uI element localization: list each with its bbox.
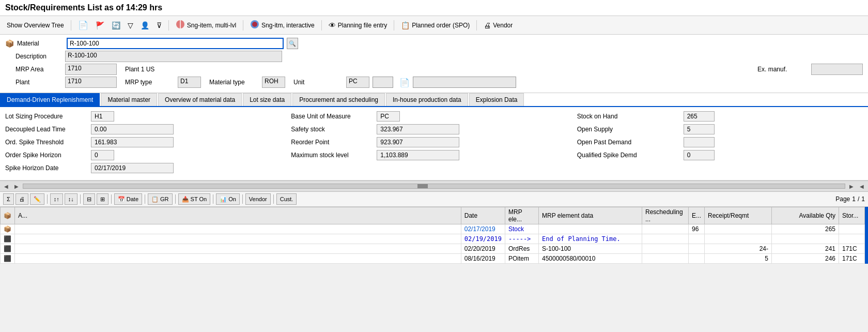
row4-resch	[642, 254, 688, 264]
filter-button[interactable]: ▽	[125, 20, 136, 31]
separator-6	[476, 20, 477, 31]
qualified-spike-demd-row: Qualified Spike Demd 0	[577, 150, 863, 160]
material-input[interactable]	[67, 38, 284, 49]
show-overview-tree-button[interactable]: Show Overview Tree	[4, 20, 67, 31]
doc-icon: 📄	[399, 78, 410, 87]
scroll-right-end-arrow[interactable]: ▶	[847, 184, 856, 189]
planned-order-button[interactable]: 📋 Planned order (SPO)	[398, 20, 472, 31]
tab-explosion-data[interactable]: Explosion Data	[469, 93, 524, 106]
row4-stor: 171C	[839, 254, 865, 264]
sng-item-interactive-label: Sng-itm, interactive	[261, 22, 315, 29]
new-document-button[interactable]: 📄	[75, 19, 91, 32]
mrp-type-value: D1	[178, 77, 201, 88]
eop-row-icon: ⬛	[4, 235, 11, 243]
scroll-left-end-arrow[interactable]: ◀	[858, 184, 866, 189]
unit-extra	[373, 77, 393, 88]
edit-button[interactable]: ✏️	[30, 193, 44, 205]
sng-item-multi-label: Sng-item, multi-lvl	[187, 22, 236, 29]
row1-stor	[839, 224, 865, 234]
filter2-button[interactable]: ⊽	[154, 20, 164, 31]
sum-button[interactable]: Σ	[3, 193, 14, 205]
st-on-button[interactable]: 📥 ST On	[178, 193, 211, 205]
vendor-bottom-button[interactable]: Vendor	[245, 193, 271, 205]
page-total: 1	[861, 195, 865, 203]
scroll-thumb	[417, 184, 428, 188]
row2-mrp-ele: ----->	[505, 234, 538, 244]
date-label: Date	[127, 196, 138, 202]
tab-overview-material-data[interactable]: Overview of material data	[158, 93, 242, 106]
th-mrp-ele[interactable]: MRP ele...	[505, 207, 538, 224]
plant-value: 1710	[65, 77, 117, 88]
row3-avail: 241	[772, 244, 839, 254]
plant-label: Plant	[16, 79, 62, 86]
on-button[interactable]: 📊 On	[216, 193, 240, 205]
scroll-left-arrow[interactable]: ◀	[2, 184, 10, 189]
row1-icon: 📦	[1, 224, 15, 234]
th-a[interactable]: A...	[15, 207, 461, 224]
page-separator: /	[858, 195, 859, 203]
row3-icon: ⬛	[1, 244, 15, 254]
table-wrapper: 📦 A... Date MRP ele... MRP element data …	[0, 207, 868, 264]
th-date[interactable]: Date	[461, 207, 505, 224]
bt-sep-8	[273, 194, 274, 204]
open-past-demand-value	[684, 137, 715, 147]
sng-item-interactive-button[interactable]: Sng-itm, interactive	[247, 18, 317, 32]
th-receipt[interactable]: Receipt/Reqmt	[705, 207, 772, 224]
planning-file-entry-button[interactable]: 👁 Planning file entry	[326, 20, 390, 31]
ord-spike-threshold-row: Ord. Spike Threshold 161.983	[5, 137, 291, 147]
vendor-bottom-label: Vendor	[249, 196, 267, 202]
row1-mrp-ele: Stock	[505, 224, 538, 234]
material-search-button[interactable]: 🔍	[287, 38, 298, 49]
gr-button[interactable]: 📋 GR	[148, 193, 173, 205]
unit-label: Unit	[293, 79, 340, 86]
description-label: Description	[16, 53, 62, 60]
print-button[interactable]: 🖨	[16, 193, 28, 205]
tab-demand-driven-replenishment[interactable]: Demand-Driven Replenishment	[0, 93, 100, 106]
row4-a	[15, 254, 461, 264]
bt-sep-3	[111, 194, 112, 204]
th-stor[interactable]: Stor...	[839, 207, 865, 224]
reorder-point-label: Reorder Point	[291, 139, 374, 146]
th-icon: 📦	[1, 207, 15, 224]
expand-button[interactable]: ⊞	[97, 193, 109, 205]
refresh-button[interactable]: 🔄	[109, 20, 123, 31]
ord-spike-threshold-label: Ord. Spike Threshold	[5, 139, 88, 146]
planned-order-icon: 📋	[401, 21, 410, 29]
mrp-area-label: MRP Area	[16, 66, 62, 73]
th-mrp-data[interactable]: MRP element data	[538, 207, 642, 224]
bottom-toolbar: Σ 🖨 ✏️ ↕↑ ↕↓ ⊟ ⊞ 📅 Date 📋 GR 📥 ST On 📊 O…	[0, 192, 868, 207]
th-e[interactable]: E...	[688, 207, 704, 224]
sort-desc-button[interactable]: ↕↓	[65, 193, 78, 205]
max-stock-level-label: Maximum stock level	[291, 152, 374, 159]
ord-spike-threshold-value: 161.983	[91, 137, 174, 147]
tab-lot-size-data[interactable]: Lot size data	[243, 93, 291, 106]
vendor-button[interactable]: 🖨 Vendor	[481, 20, 515, 31]
max-stock-level-value: 1,103.889	[377, 150, 459, 160]
tab-inhouse-production[interactable]: In-house production data	[386, 93, 468, 106]
poitem-row-icon: ⬛	[4, 255, 11, 262]
stock-row-icon: 📦	[4, 225, 11, 233]
vendor-icon: 🖨	[484, 21, 491, 29]
scroll-track[interactable]	[23, 184, 845, 189]
person-button[interactable]: 👤	[138, 20, 152, 31]
tab-procurement-scheduling[interactable]: Procurement and scheduling	[292, 93, 385, 106]
row4-avail: 246	[772, 254, 839, 264]
collapse-button[interactable]: ⊟	[83, 193, 95, 205]
spike-horizon-date-value: 02/17/2019	[91, 163, 174, 173]
th-resch[interactable]: Rescheduling ...	[642, 207, 688, 224]
sort-asc-button[interactable]: ↕↑	[50, 193, 63, 205]
row4-receipt: 5	[705, 254, 772, 264]
flag-button[interactable]: 🚩	[93, 20, 107, 31]
date-button[interactable]: 📅 Date	[114, 193, 142, 205]
left-fields-col: Lot Sizing Procedure H1 Decoupled Lead T…	[5, 111, 291, 176]
row1-avail: 265	[772, 224, 839, 234]
table-row: ⬛ 02/20/2019 OrdRes S-100-100 24- 241 17…	[1, 244, 865, 254]
sng-item-multi-button[interactable]: Sng-item, multi-lvl	[173, 18, 239, 32]
material-row: 📦 Material 🔍	[5, 38, 863, 49]
table-row: ⬛ 08/16/2019 POitem 4500000580/00010 5 2…	[1, 254, 865, 264]
th-avail[interactable]: Available Qty	[772, 207, 839, 224]
tab-material-master[interactable]: Material master	[101, 93, 157, 106]
cust-button[interactable]: Cust.	[276, 193, 297, 205]
row2-e	[688, 234, 704, 244]
scroll-right-arrow[interactable]: ▶	[12, 184, 21, 189]
